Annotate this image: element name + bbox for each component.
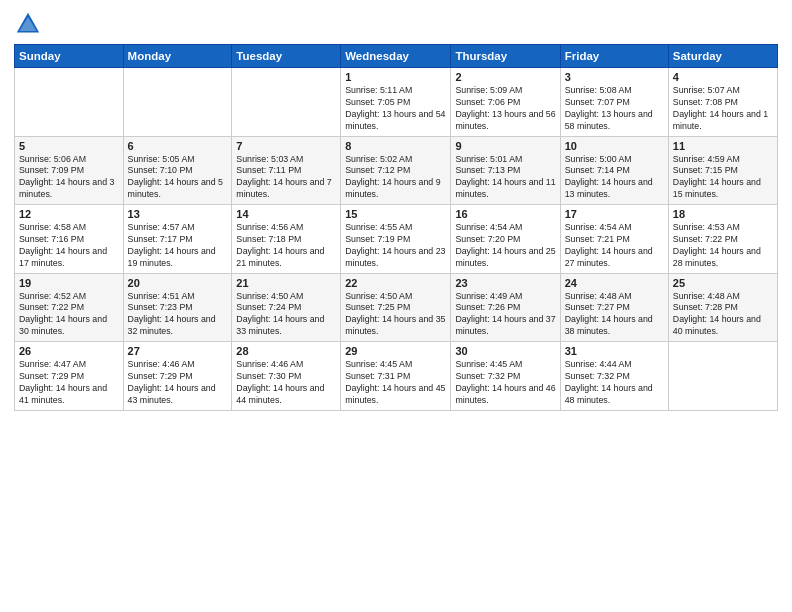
day-info: Sunrise: 4:59 AMSunset: 7:15 PMDaylight:… <box>673 154 773 202</box>
day-info: Sunrise: 4:50 AMSunset: 7:25 PMDaylight:… <box>345 291 446 339</box>
day-number: 6 <box>128 140 228 152</box>
day-info: Sunrise: 4:48 AMSunset: 7:27 PMDaylight:… <box>565 291 664 339</box>
day-cell: 8Sunrise: 5:02 AMSunset: 7:12 PMDaylight… <box>341 136 451 205</box>
day-cell: 9Sunrise: 5:01 AMSunset: 7:13 PMDaylight… <box>451 136 560 205</box>
weekday-header-sunday: Sunday <box>15 45 124 68</box>
weekday-header-friday: Friday <box>560 45 668 68</box>
day-cell: 11Sunrise: 4:59 AMSunset: 7:15 PMDayligh… <box>668 136 777 205</box>
day-number: 25 <box>673 277 773 289</box>
week-row-5: 26Sunrise: 4:47 AMSunset: 7:29 PMDayligh… <box>15 342 778 411</box>
week-row-1: 1Sunrise: 5:11 AMSunset: 7:05 PMDaylight… <box>15 68 778 137</box>
day-cell: 18Sunrise: 4:53 AMSunset: 7:22 PMDayligh… <box>668 205 777 274</box>
day-info: Sunrise: 4:49 AMSunset: 7:26 PMDaylight:… <box>455 291 555 339</box>
day-cell: 10Sunrise: 5:00 AMSunset: 7:14 PMDayligh… <box>560 136 668 205</box>
day-cell: 23Sunrise: 4:49 AMSunset: 7:26 PMDayligh… <box>451 273 560 342</box>
day-cell: 16Sunrise: 4:54 AMSunset: 7:20 PMDayligh… <box>451 205 560 274</box>
day-cell: 19Sunrise: 4:52 AMSunset: 7:22 PMDayligh… <box>15 273 124 342</box>
day-number: 4 <box>673 71 773 83</box>
day-number: 23 <box>455 277 555 289</box>
day-cell: 17Sunrise: 4:54 AMSunset: 7:21 PMDayligh… <box>560 205 668 274</box>
day-number: 30 <box>455 345 555 357</box>
day-info: Sunrise: 4:58 AMSunset: 7:16 PMDaylight:… <box>19 222 119 270</box>
day-cell: 12Sunrise: 4:58 AMSunset: 7:16 PMDayligh… <box>15 205 124 274</box>
day-cell: 20Sunrise: 4:51 AMSunset: 7:23 PMDayligh… <box>123 273 232 342</box>
day-info: Sunrise: 4:46 AMSunset: 7:29 PMDaylight:… <box>128 359 228 407</box>
day-number: 15 <box>345 208 446 220</box>
day-cell: 2Sunrise: 5:09 AMSunset: 7:06 PMDaylight… <box>451 68 560 137</box>
day-info: Sunrise: 4:57 AMSunset: 7:17 PMDaylight:… <box>128 222 228 270</box>
day-info: Sunrise: 4:45 AMSunset: 7:31 PMDaylight:… <box>345 359 446 407</box>
day-info: Sunrise: 5:00 AMSunset: 7:14 PMDaylight:… <box>565 154 664 202</box>
day-info: Sunrise: 5:06 AMSunset: 7:09 PMDaylight:… <box>19 154 119 202</box>
day-cell: 26Sunrise: 4:47 AMSunset: 7:29 PMDayligh… <box>15 342 124 411</box>
day-number: 14 <box>236 208 336 220</box>
week-row-2: 5Sunrise: 5:06 AMSunset: 7:09 PMDaylight… <box>15 136 778 205</box>
day-cell: 29Sunrise: 4:45 AMSunset: 7:31 PMDayligh… <box>341 342 451 411</box>
day-cell: 13Sunrise: 4:57 AMSunset: 7:17 PMDayligh… <box>123 205 232 274</box>
day-number: 26 <box>19 345 119 357</box>
day-cell: 15Sunrise: 4:55 AMSunset: 7:19 PMDayligh… <box>341 205 451 274</box>
day-number: 28 <box>236 345 336 357</box>
day-cell: 31Sunrise: 4:44 AMSunset: 7:32 PMDayligh… <box>560 342 668 411</box>
day-info: Sunrise: 4:56 AMSunset: 7:18 PMDaylight:… <box>236 222 336 270</box>
day-cell: 1Sunrise: 5:11 AMSunset: 7:05 PMDaylight… <box>341 68 451 137</box>
day-cell: 6Sunrise: 5:05 AMSunset: 7:10 PMDaylight… <box>123 136 232 205</box>
day-number: 24 <box>565 277 664 289</box>
day-number: 8 <box>345 140 446 152</box>
day-info: Sunrise: 4:54 AMSunset: 7:20 PMDaylight:… <box>455 222 555 270</box>
day-number: 3 <box>565 71 664 83</box>
day-cell: 22Sunrise: 4:50 AMSunset: 7:25 PMDayligh… <box>341 273 451 342</box>
day-cell <box>232 68 341 137</box>
logo-icon <box>14 10 42 38</box>
day-number: 9 <box>455 140 555 152</box>
weekday-header-row: SundayMondayTuesdayWednesdayThursdayFrid… <box>15 45 778 68</box>
day-cell <box>668 342 777 411</box>
weekday-header-wednesday: Wednesday <box>341 45 451 68</box>
week-row-4: 19Sunrise: 4:52 AMSunset: 7:22 PMDayligh… <box>15 273 778 342</box>
day-info: Sunrise: 5:05 AMSunset: 7:10 PMDaylight:… <box>128 154 228 202</box>
day-number: 18 <box>673 208 773 220</box>
day-cell: 14Sunrise: 4:56 AMSunset: 7:18 PMDayligh… <box>232 205 341 274</box>
day-number: 22 <box>345 277 446 289</box>
day-info: Sunrise: 5:07 AMSunset: 7:08 PMDaylight:… <box>673 85 773 133</box>
day-number: 20 <box>128 277 228 289</box>
day-info: Sunrise: 4:46 AMSunset: 7:30 PMDaylight:… <box>236 359 336 407</box>
day-cell: 4Sunrise: 5:07 AMSunset: 7:08 PMDaylight… <box>668 68 777 137</box>
day-info: Sunrise: 4:44 AMSunset: 7:32 PMDaylight:… <box>565 359 664 407</box>
day-number: 17 <box>565 208 664 220</box>
weekday-header-saturday: Saturday <box>668 45 777 68</box>
day-info: Sunrise: 5:09 AMSunset: 7:06 PMDaylight:… <box>455 85 555 133</box>
day-number: 16 <box>455 208 555 220</box>
day-cell: 25Sunrise: 4:48 AMSunset: 7:28 PMDayligh… <box>668 273 777 342</box>
day-info: Sunrise: 5:01 AMSunset: 7:13 PMDaylight:… <box>455 154 555 202</box>
day-info: Sunrise: 4:55 AMSunset: 7:19 PMDaylight:… <box>345 222 446 270</box>
calendar-table: SundayMondayTuesdayWednesdayThursdayFrid… <box>14 44 778 411</box>
day-info: Sunrise: 4:45 AMSunset: 7:32 PMDaylight:… <box>455 359 555 407</box>
day-info: Sunrise: 5:08 AMSunset: 7:07 PMDaylight:… <box>565 85 664 133</box>
day-number: 13 <box>128 208 228 220</box>
day-info: Sunrise: 5:03 AMSunset: 7:11 PMDaylight:… <box>236 154 336 202</box>
day-number: 31 <box>565 345 664 357</box>
weekday-header-monday: Monday <box>123 45 232 68</box>
day-info: Sunrise: 5:02 AMSunset: 7:12 PMDaylight:… <box>345 154 446 202</box>
day-number: 21 <box>236 277 336 289</box>
day-cell: 7Sunrise: 5:03 AMSunset: 7:11 PMDaylight… <box>232 136 341 205</box>
day-info: Sunrise: 4:47 AMSunset: 7:29 PMDaylight:… <box>19 359 119 407</box>
day-number: 27 <box>128 345 228 357</box>
day-info: Sunrise: 4:53 AMSunset: 7:22 PMDaylight:… <box>673 222 773 270</box>
day-info: Sunrise: 4:52 AMSunset: 7:22 PMDaylight:… <box>19 291 119 339</box>
day-info: Sunrise: 4:54 AMSunset: 7:21 PMDaylight:… <box>565 222 664 270</box>
weekday-header-tuesday: Tuesday <box>232 45 341 68</box>
day-cell: 28Sunrise: 4:46 AMSunset: 7:30 PMDayligh… <box>232 342 341 411</box>
week-row-3: 12Sunrise: 4:58 AMSunset: 7:16 PMDayligh… <box>15 205 778 274</box>
day-number: 2 <box>455 71 555 83</box>
day-cell: 27Sunrise: 4:46 AMSunset: 7:29 PMDayligh… <box>123 342 232 411</box>
day-number: 29 <box>345 345 446 357</box>
day-number: 5 <box>19 140 119 152</box>
day-cell <box>15 68 124 137</box>
day-number: 10 <box>565 140 664 152</box>
day-cell: 30Sunrise: 4:45 AMSunset: 7:32 PMDayligh… <box>451 342 560 411</box>
weekday-header-thursday: Thursday <box>451 45 560 68</box>
day-info: Sunrise: 4:51 AMSunset: 7:23 PMDaylight:… <box>128 291 228 339</box>
day-number: 12 <box>19 208 119 220</box>
